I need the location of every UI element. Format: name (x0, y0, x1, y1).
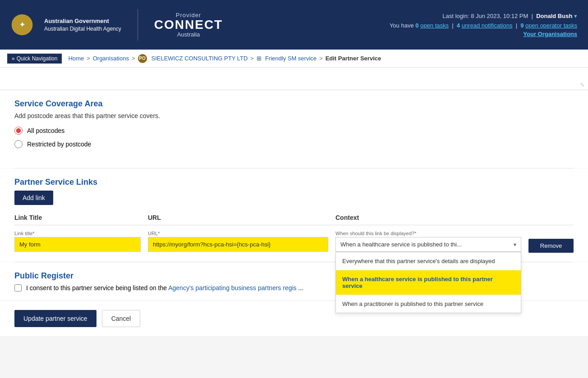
context-label: When should this link be displayed?* (335, 231, 521, 236)
quick-nav-button[interactable]: » Quick Navigation (7, 54, 62, 64)
url-label: URL* (148, 231, 328, 236)
coverage-radio-group: All postcodes Restricted by postcode (14, 127, 574, 148)
gov-logo-icon: ✦ (11, 14, 33, 36)
top-textarea-area: ⤡ (0, 68, 588, 90)
header-right: Last login: 8 Jun 2023, 10:12 PM | Donal… (390, 13, 577, 37)
breadcrumb-home[interactable]: Home (68, 55, 84, 62)
link-table-header: Link Title URL Context (14, 214, 574, 225)
dropdown-everywhere-text: Everywhere that this partner service's d… (342, 258, 495, 264)
breadcrumb-bar: » Quick Navigation Home > Organisations … (0, 50, 588, 68)
breadcrumb-service-name[interactable]: Friendly SM service (265, 55, 317, 62)
update-partner-service-button[interactable]: Update partner service (14, 310, 96, 327)
breadcrumb-current: Edit Partner Service (326, 55, 381, 62)
context-dropdown-arrow-icon: ▾ (514, 241, 516, 248)
dropdown-option-healthcare[interactable]: When a healthcare service is published t… (336, 270, 521, 295)
breadcrumb-organisations[interactable]: Organisations (93, 55, 129, 62)
open-operator-count: 9 (520, 22, 524, 29)
radio-restricted-input[interactable] (14, 140, 23, 148)
radio-all-label: All postcodes (27, 127, 64, 134)
cancel-button[interactable]: Cancel (102, 310, 141, 327)
col-link-title: Link Title (14, 214, 141, 221)
breadcrumb-sep-1: > (87, 55, 90, 62)
consent-checkbox[interactable] (14, 284, 22, 291)
breadcrumb-sep-3: > (250, 55, 254, 62)
brand-bottom: Australia (177, 31, 200, 38)
col-url: URL (148, 214, 328, 221)
unread-notif-count: 4 (457, 22, 460, 29)
breadcrumb-org-badge: PO (138, 54, 147, 63)
open-tasks-count: 0 (415, 22, 418, 29)
quick-nav-label: Quick Navigation (17, 55, 58, 62)
dropdown-arrow-icon[interactable]: ▾ (574, 13, 577, 19)
tasks-info: You have 0 open tasks | 4 unread notific… (390, 22, 577, 29)
open-operator-label[interactable]: open operator tasks (525, 22, 577, 29)
consent-text-suffix: ... (298, 284, 303, 291)
col-context: Context (335, 214, 574, 221)
quick-nav-arrows: » (12, 55, 15, 62)
link-title-input[interactable] (14, 237, 141, 252)
context-wrapper: When should this link be displayed?* Whe… (335, 231, 521, 252)
partner-links-title: Partner Service Links (14, 178, 574, 187)
coverage-description: Add postcode areas that this partner ser… (14, 112, 574, 119)
resize-handle-icon[interactable]: ⤡ (580, 82, 584, 88)
dropdown-option-everywhere[interactable]: Everywhere that this partner service's d… (336, 252, 521, 270)
dropdown-healthcare-text: When a healthcare service is published t… (342, 276, 493, 289)
dropdown-option-practitioner[interactable]: When a practitioner is published to this… (336, 295, 521, 313)
unread-notif-label[interactable]: unread notifications (462, 22, 513, 29)
gov-name: Australian Government Australian Digital… (44, 17, 121, 33)
link-row: Link title* URL* When should this link b… (14, 231, 574, 253)
consent-text-before: I consent to this partner service being … (26, 284, 168, 291)
breadcrumb-service-icon: ⊞ (257, 55, 262, 62)
svg-text:✦: ✦ (19, 21, 25, 28)
add-link-button[interactable]: Add link (14, 191, 53, 205)
context-selected-text: When a healthcare service is published t… (340, 241, 462, 248)
brand-logo: Provider CONNECT Australia (154, 12, 223, 38)
coverage-section: Service Coverage Area Add postcode areas… (0, 90, 588, 168)
remove-button[interactable]: Remove (528, 239, 574, 253)
link-title-label: Link title* (14, 231, 141, 236)
dropdown-practitioner-text: When a practitioner is published to this… (342, 301, 483, 307)
gov-line2: Australian Digital Health Agency (44, 25, 121, 33)
header-divider (138, 9, 138, 41)
radio-restricted-label: Restricted by postcode (27, 141, 91, 148)
coverage-title: Service Coverage Area (14, 99, 574, 109)
context-dropdown-menu: Everywhere that this partner service's d… (335, 252, 521, 313)
gov-logo-group: ✦ Australian Government Australian Digit… (11, 14, 121, 36)
consent-link[interactable]: Agency's participating business partners… (168, 284, 296, 291)
breadcrumb-sep-2: > (132, 55, 135, 62)
header-left: ✦ Australian Government Australian Digit… (11, 9, 223, 41)
url-input[interactable] (148, 237, 328, 252)
url-wrapper: URL* (148, 231, 328, 252)
partner-links-section: Partner Service Links Add link Link Titl… (0, 169, 588, 262)
username: Donald Bush (536, 13, 572, 19)
gov-line1: Australian Government (44, 17, 121, 25)
consent-text: I consent to this partner service being … (26, 284, 303, 291)
login-info: Last login: 8 Jun 2023, 10:12 PM | Donal… (390, 13, 577, 19)
last-login-label: Last login: 8 Jun 2023, 10:12 PM (442, 13, 528, 19)
radio-all-postcodes[interactable]: All postcodes (14, 127, 574, 135)
header: ✦ Australian Government Australian Digit… (0, 0, 588, 50)
context-select[interactable]: When a healthcare service is published t… (335, 237, 521, 252)
breadcrumb-sep-4: > (319, 55, 323, 62)
breadcrumb-org-name[interactable]: SIELEWICZ CONSULTING PTY LTD (152, 55, 248, 62)
brand-main: CONNECT (154, 18, 223, 31)
radio-restricted-postcode[interactable]: Restricted by postcode (14, 140, 574, 148)
open-tasks-label[interactable]: open tasks (420, 22, 449, 29)
link-title-wrapper: Link title* (14, 231, 141, 252)
your-orgs-link[interactable]: Your Organisations (523, 31, 577, 37)
radio-all-input[interactable] (14, 127, 23, 135)
